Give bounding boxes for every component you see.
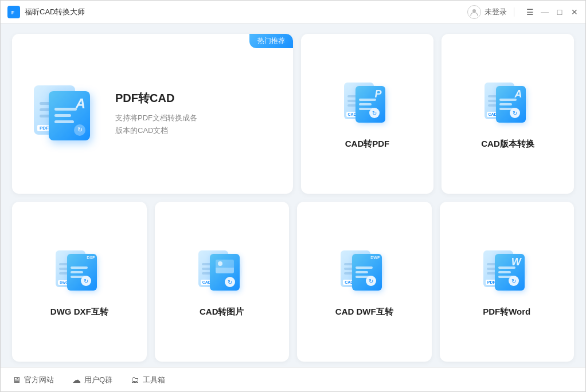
user-group-label: 用户Q群 — [84, 375, 112, 385]
avatar[interactable] — [467, 5, 481, 19]
official-site-label: 官方网站 — [24, 375, 54, 385]
app-title: 福昕CAD转换大师 — [25, 7, 467, 17]
refresh-icon: ↻ — [74, 124, 85, 136]
maximize-button[interactable]: □ — [556, 8, 564, 16]
card-cad-dwf[interactable]: CAD DWF ↻ CAD DWF互转 — [297, 202, 432, 362]
minimize-button[interactable]: — — [541, 8, 549, 16]
cad-to-pdf-title: CAD转PDF — [345, 139, 390, 150]
card-dwg-dxf[interactable]: DWG DXF ↻ DWG DXF互转 — [12, 202, 147, 362]
titlebar: F 福昕CAD转换大师 未登录 ☰ — □ ✕ — [1, 1, 585, 23]
user-label: 未登录 — [485, 7, 507, 17]
app-logo: F — [7, 6, 20, 18]
toolbox-label: 工具箱 — [143, 375, 165, 385]
titlebar-divider — [514, 7, 514, 17]
window-controls: ☰ — □ ✕ — [526, 8, 579, 16]
top-row: 热门推荐 PDF A — [12, 34, 574, 194]
svg-text:F: F — [11, 9, 15, 15]
svg-point-2 — [472, 9, 476, 13]
cad-image-icon: CAD ↻ — [196, 246, 248, 297]
cad-version-icon: CAD A ↻ — [482, 78, 534, 130]
toolbox-icon: 🗂 — [131, 375, 139, 385]
footer-toolbox[interactable]: 🗂 工具箱 — [131, 375, 165, 385]
featured-title: PDF转CAD — [115, 91, 197, 106]
cad-to-pdf-icon: CAD P ↻ — [342, 78, 393, 130]
footer-user-group[interactable]: ☁ 用户Q群 — [72, 375, 112, 385]
user-info: 未登录 — [467, 5, 507, 19]
footer: 🖥 官方网站 ☁ 用户Q群 🗂 工具箱 — [1, 367, 585, 391]
cad-letter: A — [76, 96, 85, 112]
footer-official-site[interactable]: 🖥 官方网站 — [12, 375, 54, 385]
featured-card-pdf-to-cad[interactable]: 热门推荐 PDF A — [12, 34, 293, 194]
bottom-row: DWG DXF ↻ DWG DXF互转 CAD — [12, 202, 574, 362]
card-cad-version[interactable]: CAD A ↻ CAD版本转换 — [442, 34, 574, 194]
cad-dwf-title: CAD DWF互转 — [335, 307, 393, 317]
cad-image-title: CAD转图片 — [200, 307, 244, 317]
card-pdf-word[interactable]: PDF W ↻ PDF转Word — [440, 202, 575, 362]
menu-button[interactable]: ☰ — [526, 8, 534, 16]
pdf-word-title: PDF转Word — [483, 307, 530, 317]
monitor-icon: 🖥 — [12, 375, 21, 385]
featured-icon: PDF A ↻ — [29, 80, 98, 148]
close-button[interactable]: ✕ — [571, 8, 579, 16]
featured-text: PDF转CAD 支持将PDF文档转换成各 版本的CAD文档 — [115, 91, 197, 137]
featured-desc: 支持将PDF文档转换成各 版本的CAD文档 — [115, 112, 197, 137]
card-cad-to-pdf[interactable]: CAD P ↻ CAD转PDF — [301, 34, 433, 194]
card-cad-image[interactable]: CAD ↻ CAD转图片 — [155, 202, 290, 362]
dwg-dxf-icon: DWG DXF ↻ — [53, 246, 105, 297]
cloud-icon: ☁ — [72, 375, 81, 385]
main-content: 热门推荐 PDF A — [1, 23, 585, 367]
cad-version-title: CAD版本转换 — [481, 139, 534, 150]
dwg-dxf-title: DWG DXF互转 — [50, 307, 108, 317]
pdf-word-icon: PDF W ↻ — [481, 246, 533, 297]
cad-dwf-icon: CAD DWF ↻ — [338, 246, 390, 297]
hot-badge: 热门推荐 — [249, 34, 293, 48]
